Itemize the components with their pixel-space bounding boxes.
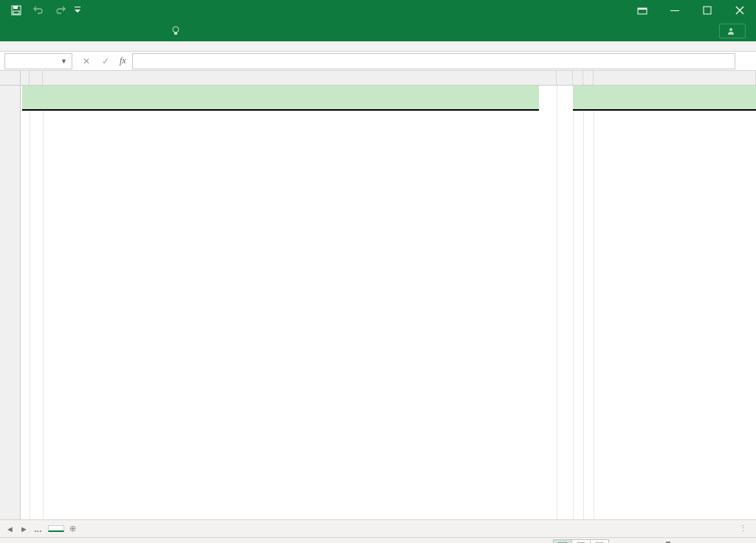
svg-rect-6 [670, 10, 679, 11]
sheet-tabs-bar: ◄ ► … ⊕ ⋮ [0, 519, 756, 537]
close-button[interactable] [724, 0, 756, 21]
ribbon-tab-insert[interactable] [41, 21, 59, 41]
ribbon-tab-data[interactable] [94, 21, 112, 41]
page-break-view-button[interactable] [590, 539, 609, 544]
svg-rect-2 [13, 11, 19, 14]
tab-scroll-left-button[interactable]: ◄ [4, 523, 16, 535]
column-headers [0, 71, 756, 86]
redo-button[interactable] [50, 1, 71, 19]
tab-scroll-right-button[interactable]: ► [18, 523, 30, 535]
ribbon-tab-formulas[interactable] [77, 21, 94, 41]
share-button[interactable] [719, 24, 746, 38]
ribbon-tab-file[interactable] [6, 21, 24, 41]
normal-view-button[interactable] [553, 539, 572, 544]
column-header[interactable] [594, 71, 756, 85]
quick-access-toolbar [0, 1, 83, 19]
worksheet-area [0, 71, 756, 519]
cells-grid[interactable] [21, 86, 756, 519]
fx-label[interactable]: fx [120, 55, 126, 66]
function-title-right [573, 86, 756, 111]
column-header[interactable] [21, 71, 30, 85]
svg-rect-9 [174, 32, 177, 35]
new-sheet-button[interactable]: ⊕ [63, 522, 82, 536]
function-title-left [22, 86, 539, 111]
minimize-button[interactable] [659, 0, 691, 21]
enter-formula-button[interactable]: ✓ [97, 53, 114, 69]
ribbon-tab-team[interactable] [148, 21, 165, 41]
column-header[interactable] [30, 71, 43, 85]
column-header[interactable] [557, 71, 573, 85]
name-box[interactable]: ▼ [4, 53, 72, 69]
ribbon-options-button[interactable] [626, 0, 659, 21]
svg-rect-5 [638, 8, 647, 10]
ribbon-collapsed-body [0, 41, 756, 52]
tab-more-button[interactable]: … [32, 523, 44, 535]
undo-button[interactable] [28, 1, 49, 19]
svg-point-8 [173, 27, 179, 32]
person-icon [727, 27, 735, 35]
tell-me-search[interactable] [171, 26, 185, 36]
formula-bar-row: ▼ ✕ ✓ fx ▾ [0, 52, 756, 71]
ribbon-tab-review[interactable] [112, 21, 130, 41]
qat-customize-button[interactable] [72, 1, 83, 19]
page-layout-view-button[interactable] [571, 539, 591, 544]
svg-rect-1 [13, 6, 18, 9]
svg-rect-7 [704, 7, 711, 14]
column-header[interactable] [43, 71, 557, 85]
cancel-formula-button[interactable]: ✕ [78, 53, 94, 69]
svg-point-10 [729, 28, 732, 31]
row-headers [0, 86, 21, 519]
maximize-button[interactable] [691, 0, 724, 21]
ribbon-tabs [0, 21, 756, 41]
sheet-tab-active[interactable] [48, 525, 64, 532]
column-header[interactable] [573, 71, 583, 85]
save-button[interactable] [6, 1, 27, 19]
select-all-corner[interactable] [0, 71, 21, 85]
lightbulb-icon [171, 26, 180, 36]
ribbon-tab-pagelayout[interactable] [59, 21, 77, 41]
ribbon-tab-view[interactable] [130, 21, 148, 41]
svg-rect-3 [75, 7, 80, 7]
status-bar: − + [0, 537, 756, 543]
ribbon-tab-home[interactable] [24, 21, 41, 41]
title-bar [0, 0, 756, 21]
chevron-down-icon: ▼ [61, 58, 67, 65]
formula-bar[interactable] [132, 53, 735, 69]
tab-options-button[interactable]: ⋮ [739, 524, 756, 533]
column-header[interactable] [583, 71, 594, 85]
